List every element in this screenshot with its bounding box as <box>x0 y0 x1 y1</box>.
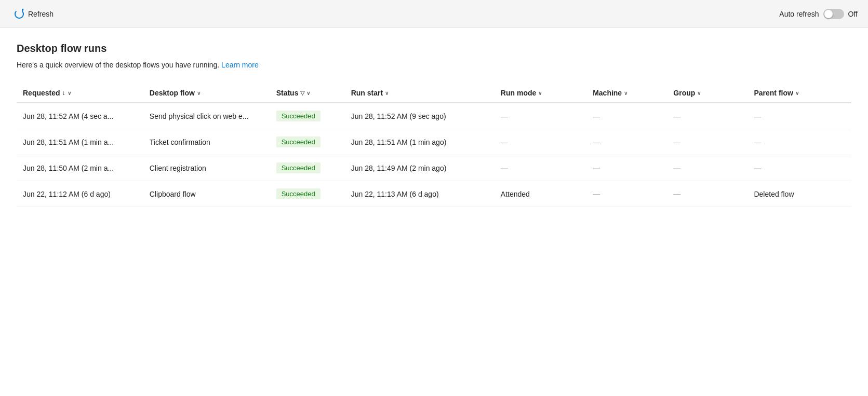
cell-run-mode: — <box>495 129 586 155</box>
col-header-run-start[interactable]: Run start ∨ <box>345 84 495 103</box>
refresh-icon <box>15 9 24 19</box>
cell-run-mode: — <box>495 155 586 181</box>
table-header-row: Requested ↓ ∨ Desktop flow ∨ Status ▽ <box>17 84 851 103</box>
cell-requested: Jun 22, 11:12 AM (6 d ago) <box>17 181 143 207</box>
flow-runs-table: Requested ↓ ∨ Desktop flow ∨ Status ▽ <box>17 84 851 207</box>
chevron-down-icon: ∨ <box>68 90 71 96</box>
table-row[interactable]: Jun 28, 11:50 AM (2 min a... Client regi… <box>17 155 851 181</box>
cell-desktop-flow: Send physical click on web e... <box>143 103 270 129</box>
col-requested-label: Requested <box>23 89 60 97</box>
cell-status: Succeeded <box>270 155 345 181</box>
col-group-label: Group <box>673 89 695 97</box>
description-text: Here's a quick overview of the desktop f… <box>17 61 219 69</box>
chevron-down-icon: ∨ <box>385 90 389 96</box>
col-status-label: Status <box>276 89 299 97</box>
status-badge: Succeeded <box>276 111 321 121</box>
chevron-down-icon: ∨ <box>306 90 310 96</box>
sort-desc-icon: ↓ <box>62 89 65 97</box>
cell-desktop-flow: Clipboard flow <box>143 181 270 207</box>
refresh-button[interactable]: Refresh <box>10 7 58 21</box>
col-header-machine[interactable]: Machine ∨ <box>586 84 667 103</box>
top-bar: Refresh Auto refresh Off <box>0 0 868 28</box>
col-header-parent-flow[interactable]: Parent flow ∨ <box>747 84 851 103</box>
cell-status: Succeeded <box>270 103 345 129</box>
page-title: Desktop flow runs <box>17 43 851 54</box>
cell-machine: — <box>586 181 667 207</box>
col-header-group[interactable]: Group ∨ <box>667 84 747 103</box>
table-row[interactable]: Jun 22, 11:12 AM (6 d ago) Clipboard flo… <box>17 181 851 207</box>
refresh-label: Refresh <box>28 10 54 18</box>
table-row[interactable]: Jun 28, 11:51 AM (1 min a... Ticket conf… <box>17 129 851 155</box>
cell-group: — <box>667 155 747 181</box>
chevron-down-icon: ∨ <box>795 90 799 96</box>
col-run-start-label: Run start <box>351 89 383 97</box>
learn-more-link[interactable]: Learn more <box>221 61 259 69</box>
chevron-down-icon: ∨ <box>197 90 201 96</box>
cell-machine: — <box>586 129 667 155</box>
cell-status: Succeeded <box>270 181 345 207</box>
cell-run-start: Jun 28, 11:52 AM (9 sec ago) <box>345 103 495 129</box>
cell-requested: Jun 28, 11:52 AM (4 sec a... <box>17 103 143 129</box>
col-run-mode-label: Run mode <box>501 89 536 97</box>
col-desktop-flow-label: Desktop flow <box>150 89 195 97</box>
cell-run-start: Jun 28, 11:51 AM (1 min ago) <box>345 129 495 155</box>
cell-machine: — <box>586 155 667 181</box>
auto-refresh-label: Auto refresh <box>779 10 819 18</box>
col-parent-flow-label: Parent flow <box>754 89 793 97</box>
cell-run-mode: — <box>495 103 586 129</box>
status-badge: Succeeded <box>276 136 321 147</box>
main-content: Desktop flow runs Here's a quick overvie… <box>0 28 868 396</box>
cell-parent-flow: — <box>747 155 851 181</box>
page-description: Here's a quick overview of the desktop f… <box>17 61 851 69</box>
cell-run-mode: Attended <box>495 181 586 207</box>
cell-status: Succeeded <box>270 129 345 155</box>
cell-desktop-flow: Ticket confirmation <box>143 129 270 155</box>
cell-parent-flow: Deleted flow <box>747 181 851 207</box>
auto-refresh-toggle[interactable] <box>823 9 844 19</box>
cell-requested: Jun 28, 11:50 AM (2 min a... <box>17 155 143 181</box>
cell-desktop-flow: Client registration <box>143 155 270 181</box>
cell-parent-flow: — <box>747 103 851 129</box>
toggle-state-label: Off <box>848 10 858 18</box>
col-header-desktop-flow[interactable]: Desktop flow ∨ <box>143 84 270 103</box>
cell-group: — <box>667 129 747 155</box>
cell-run-start: Jun 28, 11:49 AM (2 min ago) <box>345 155 495 181</box>
cell-requested: Jun 28, 11:51 AM (1 min a... <box>17 129 143 155</box>
col-header-run-mode[interactable]: Run mode ∨ <box>495 84 586 103</box>
chevron-down-icon: ∨ <box>538 90 542 96</box>
status-badge: Succeeded <box>276 162 321 173</box>
cell-run-start: Jun 22, 11:13 AM (6 d ago) <box>345 181 495 207</box>
col-machine-label: Machine <box>593 89 622 97</box>
chevron-down-icon: ∨ <box>624 90 627 96</box>
cell-parent-flow: — <box>747 129 851 155</box>
col-header-requested[interactable]: Requested ↓ ∨ <box>17 84 143 103</box>
cell-machine: — <box>586 103 667 129</box>
status-badge: Succeeded <box>276 188 321 199</box>
table-row[interactable]: Jun 28, 11:52 AM (4 sec a... Send physic… <box>17 103 851 129</box>
filter-icon: ▽ <box>300 90 304 97</box>
cell-group: — <box>667 181 747 207</box>
auto-refresh-control: Auto refresh Off <box>779 9 858 19</box>
cell-group: — <box>667 103 747 129</box>
col-header-status[interactable]: Status ▽ ∨ <box>270 84 345 103</box>
chevron-down-icon: ∨ <box>697 90 701 96</box>
